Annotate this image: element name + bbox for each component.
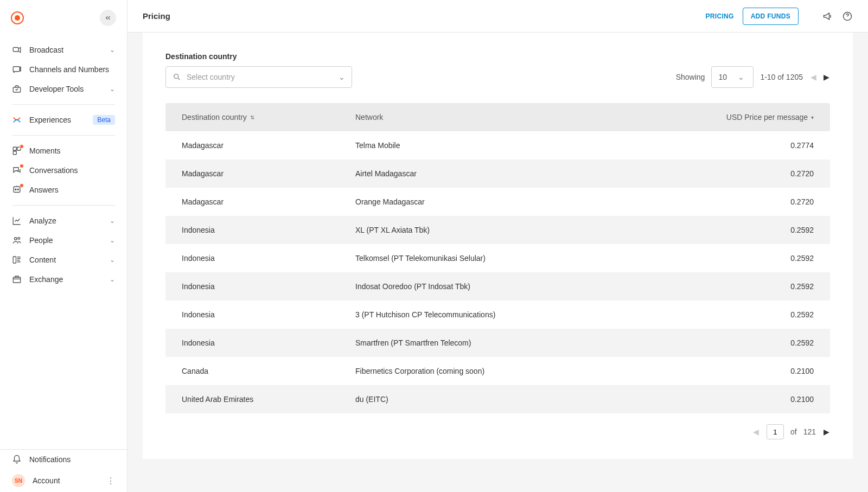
logo[interactable] [11, 11, 24, 24]
chevron-down-icon: ⌄ [339, 73, 345, 81]
sidebar-item-label: Conversations [29, 166, 115, 175]
sidebar-item-experiences[interactable]: Experiences Beta [0, 110, 127, 130]
content-icon [12, 255, 22, 265]
svg-rect-14 [13, 257, 16, 263]
chevron-down-icon: ⌄ [110, 256, 115, 264]
experiences-icon [12, 115, 22, 125]
svg-point-17 [174, 74, 178, 79]
sidebar-item-people[interactable]: People ⌄ [0, 231, 127, 250]
answers-icon [12, 185, 22, 195]
sidebar-item-content[interactable]: Content ⌄ [0, 250, 127, 270]
cell-network: Airtel Madagascar [355, 169, 705, 178]
table-row: IndonesiaXL (PT XL Axiata Tbk)0.2592 [165, 216, 830, 244]
exchange-icon [12, 274, 22, 284]
sidebar: Broadcast ⌄ Channels and Numbers Develop… [0, 0, 127, 492]
sidebar-item-exchange[interactable]: Exchange ⌄ [0, 270, 127, 289]
cell-network: Telkomsel (PT Telekomunikasi Selular) [355, 254, 705, 263]
moments-icon [12, 146, 22, 156]
sidebar-item-label: Exchange [29, 275, 102, 284]
showing-label: Showing [676, 73, 705, 81]
sidebar-item-label: Notifications [29, 455, 115, 464]
svg-point-10 [15, 189, 16, 190]
page-input[interactable] [767, 424, 784, 439]
analyze-icon [12, 216, 22, 226]
page-title: Pricing [143, 11, 697, 21]
prev-page-button[interactable]: ◀ [809, 73, 817, 81]
sidebar-item-label: Analyze [29, 216, 102, 225]
table-row: CanadaFibernetics Corporation (coming so… [165, 357, 830, 385]
sidebar-item-channels[interactable]: Channels and Numbers [0, 60, 127, 79]
sidebar-item-answers[interactable]: Answers [0, 180, 127, 200]
column-header-price[interactable]: USD Price per message ▾ [705, 113, 814, 122]
sidebar-item-moments[interactable]: Moments [0, 141, 127, 161]
table-row: MadagascarOrange Madagascar0.2720 [165, 188, 830, 216]
sidebar-item-label: Content [29, 255, 102, 264]
sidebar-item-developer-tools[interactable]: Developer Tools ⌄ [0, 79, 127, 99]
column-header-country[interactable]: Destination country ⇅ [182, 113, 355, 122]
sidebar-item-broadcast[interactable]: Broadcast ⌄ [0, 40, 127, 60]
cell-country: United Arab Emirates [182, 395, 355, 404]
svg-point-4 [20, 71, 21, 72]
next-page-button-bottom[interactable]: ▶ [822, 427, 830, 436]
svg-rect-8 [13, 151, 16, 155]
add-funds-button[interactable]: ADD FUNDS [743, 8, 799, 25]
cell-network: Fibernetics Corporation (coming soon) [355, 367, 705, 375]
svg-rect-9 [14, 187, 20, 193]
cell-price: 0.2592 [705, 254, 814, 263]
table-row: Indonesia3 (PT Hutchison CP Telecommunic… [165, 301, 830, 329]
toolbox-icon [12, 84, 22, 94]
cell-country: Madagascar [182, 169, 355, 178]
sidebar-item-label: Account [33, 476, 99, 485]
cell-country: Canada [182, 367, 355, 375]
chevron-down-icon: ⌄ [110, 217, 115, 225]
sidebar-item-account[interactable]: SN Account ⋮ [0, 469, 127, 492]
cell-price: 0.2592 [705, 338, 814, 347]
cell-country: Indonesia [182, 254, 355, 263]
collapse-sidebar-button[interactable] [100, 10, 116, 26]
svg-rect-0 [13, 48, 18, 52]
more-icon[interactable]: ⋮ [106, 476, 115, 486]
svg-point-2 [20, 67, 21, 68]
table-row: IndonesiaIndosat Ooredoo (PT Indosat Tbk… [165, 272, 830, 301]
cell-country: Madagascar [182, 197, 355, 206]
conversations-icon [12, 165, 22, 175]
cell-country: Indonesia [182, 226, 355, 234]
svg-rect-1 [13, 67, 20, 72]
range-text: 1-10 of 1205 [760, 73, 803, 81]
search-icon [173, 73, 181, 81]
announcement-icon[interactable] [822, 11, 833, 22]
chevron-down-icon: ⌄ [110, 46, 115, 54]
sort-icon: ⇅ [250, 114, 254, 120]
total-pages: 121 [803, 427, 816, 436]
cell-price: 0.2100 [705, 367, 814, 375]
help-icon[interactable] [842, 11, 853, 22]
cell-price: 0.2100 [705, 395, 814, 404]
country-select[interactable]: Select country ⌄ [165, 66, 352, 88]
cell-price: 0.2592 [705, 226, 814, 234]
sidebar-item-conversations[interactable]: Conversations [0, 161, 127, 180]
filter-label: Destination country [165, 52, 830, 61]
topbar: Pricing PRICING ADD FUNDS [127, 0, 868, 33]
sidebar-item-label: Moments [29, 146, 115, 155]
cell-network: du (EITC) [355, 395, 705, 404]
people-icon [12, 235, 22, 245]
sidebar-item-analyze[interactable]: Analyze ⌄ [0, 211, 127, 231]
svg-rect-6 [13, 147, 16, 150]
page-size-select[interactable]: 10 ⌄ [711, 66, 754, 88]
pricing-link[interactable]: PRICING [706, 12, 734, 20]
svg-point-11 [17, 189, 18, 190]
prev-page-button-bottom[interactable]: ◀ [752, 427, 760, 436]
svg-point-13 [18, 237, 20, 239]
column-header-network: Network [355, 113, 705, 122]
sidebar-item-label: Experiences [29, 116, 85, 124]
sort-desc-icon: ▾ [811, 114, 814, 120]
table-row: MadagascarTelma Mobile0.2774 [165, 131, 830, 159]
chevron-down-icon: ⌄ [110, 85, 115, 93]
sidebar-item-notifications[interactable]: Notifications [0, 450, 127, 469]
avatar: SN [12, 474, 25, 487]
beta-badge: Beta [93, 115, 115, 125]
page-size-value: 10 [718, 73, 727, 81]
next-page-button[interactable]: ▶ [822, 73, 830, 81]
svg-rect-15 [13, 277, 21, 283]
cell-network: XL (PT XL Axiata Tbk) [355, 226, 705, 234]
